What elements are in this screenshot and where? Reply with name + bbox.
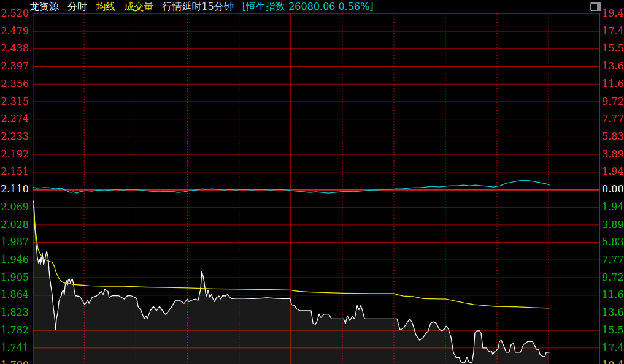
tab-fenshi[interactable]: 分时 <box>67 1 87 12</box>
price-tick-label: 1.823 <box>1 307 29 318</box>
pct-tick-label: 17.49% <box>602 343 624 354</box>
hangseng-index-quote[interactable]: [恒生指数 26080.06 0.56%] <box>242 1 374 12</box>
pct-tick-label: 7.77% <box>602 254 624 265</box>
price-tick-label: 1.905 <box>1 272 29 283</box>
price-tick-label: 1.864 <box>1 289 29 300</box>
price-tick-label: 2.192 <box>1 149 29 160</box>
pct-tick-label: 13.60% <box>602 307 624 318</box>
price-tick-label: 2.274 <box>1 113 29 124</box>
pct-tick-label: 5.83% <box>602 237 624 248</box>
quote-delay-note: 行情延时15分钟 <box>162 1 233 12</box>
panel-toggle-icon[interactable] <box>590 2 601 11</box>
pct-tick-label: 19.43% <box>602 8 624 19</box>
chart-header: 龙资源 分时 均线 成交量 行情延时15分钟 [恒生指数 26080.06 0.… <box>29 1 379 13</box>
pct-tick-label: 7.77% <box>602 113 624 124</box>
pct-tick-label: 9.72% <box>602 96 624 107</box>
pct-tick-label: 3.89% <box>602 219 624 230</box>
price-tick-label: 2.315 <box>1 96 29 107</box>
price-tick-label: 1.741 <box>1 343 29 354</box>
price-tick-label: 2.397 <box>1 61 29 72</box>
price-tick-label: 2.520 <box>1 8 29 19</box>
stock-terminal-screen: 龙资源 分时 均线 成交量 行情延时15分钟 [恒生指数 26080.06 0.… <box>0 0 624 364</box>
tab-chengjiaoliang[interactable]: 成交量 <box>124 1 153 12</box>
price-axis-left: 2.5202.4792.4382.3972.3562.3152.2742.233… <box>0 0 30 364</box>
pct-tick-label: 19.43% <box>602 360 624 364</box>
pct-tick-label: 15.55% <box>602 325 624 336</box>
price-tick-label: 1.946 <box>1 254 29 265</box>
price-tick-label: 2.028 <box>1 219 29 230</box>
tab-junxian[interactable]: 均线 <box>96 1 115 12</box>
pct-tick-label: 13.60% <box>602 61 624 72</box>
pct-tick-label: 9.72% <box>602 272 624 283</box>
price-tick-label: 1.782 <box>1 325 29 336</box>
price-tick-label: 2.479 <box>1 26 29 37</box>
pct-tick-label: 11.66% <box>602 78 624 89</box>
pct-tick-label: 17.49% <box>602 26 624 37</box>
pct-tick-label: 1.94% <box>602 166 624 177</box>
price-tick-label: 2.233 <box>1 131 29 142</box>
price-tick-label: 2.069 <box>1 202 29 213</box>
price-tick-label: 1.987 <box>1 237 29 248</box>
stock-name: 龙资源 <box>29 1 59 12</box>
price-tick-label: 2.356 <box>1 78 29 89</box>
pct-tick-label: 5.83% <box>602 131 624 142</box>
intraday-chart-canvas[interactable] <box>33 13 600 364</box>
price-tick-label: 2.438 <box>1 43 29 54</box>
price-tick-label: 2.110 <box>1 184 29 195</box>
pct-tick-label: 15.55% <box>602 43 624 54</box>
pct-tick-label: 3.89% <box>602 149 624 160</box>
change-axis-right: 19.43%17.49%15.55%13.60%11.66%9.72%7.77%… <box>602 0 624 364</box>
panel-toggle-icon-inner <box>597 4 600 10</box>
pct-tick-label: 1.94% <box>602 202 624 213</box>
pct-tick-label: 11.66% <box>602 289 624 300</box>
price-tick-label: 2.151 <box>1 166 29 177</box>
pct-tick-label: 0.00% <box>602 184 624 195</box>
price-tick-label: 1.700 <box>1 360 29 364</box>
